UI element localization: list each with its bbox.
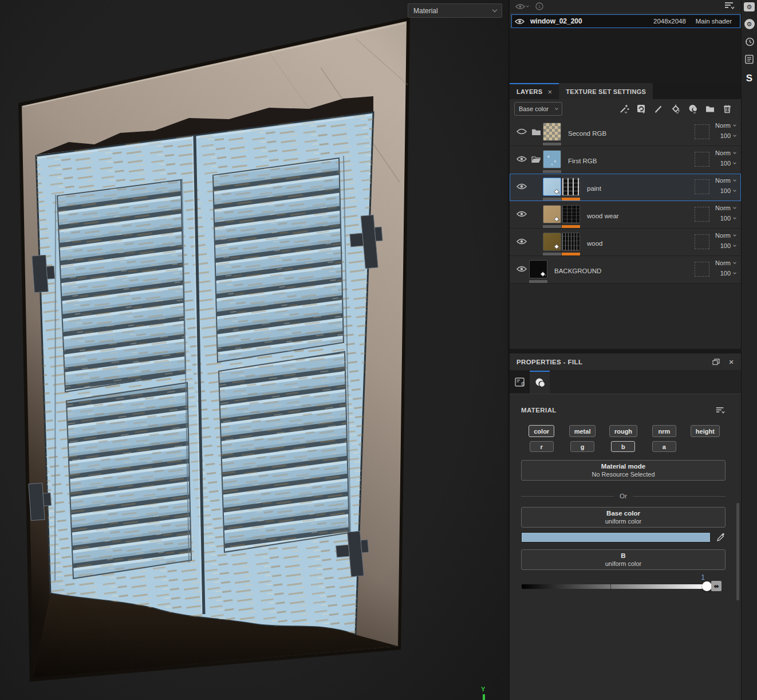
fill-content-thumbnail[interactable] [543,205,561,223]
solo-view-icon[interactable]: 1 [535,2,543,10]
texture-set-row[interactable]: window_02_200 2048x2048 Main shader [511,14,740,28]
material-mode-button[interactable]: Material mode No Resource Selected [521,460,726,481]
folder-closed-icon[interactable] [529,128,543,136]
empty-mask-slot[interactable] [695,262,709,277]
fill-bucket-icon[interactable] [670,103,681,115]
opacity-dropdown[interactable]: 100 [720,270,736,277]
visibility-mode-icon[interactable] [515,3,529,10]
eye-icon[interactable] [514,156,529,162]
layer-row-wood[interactable]: wood Norm 100 [510,229,741,256]
opacity-dropdown[interactable]: 100 [720,187,736,194]
empty-mask-slot[interactable] [695,179,709,194]
mask-thumbnail[interactable] [562,205,580,223]
chevron-down-icon [733,243,736,247]
layer-row-wood-wear[interactable]: wood wear Norm 100 [510,201,741,229]
magic-wand-icon[interactable] [618,103,630,115]
blend-mode-dropdown[interactable]: Norm [715,122,736,129]
empty-mask-slot[interactable] [695,152,709,167]
layer-content-indicator [543,143,561,145]
tab-layers[interactable]: LAYERS × [510,83,559,99]
eye-icon[interactable] [512,18,527,25]
log-icon[interactable] [744,54,754,64]
empty-mask-slot[interactable] [695,234,709,249]
component-b-button[interactable]: b [611,441,635,452]
close-icon[interactable]: × [729,357,734,367]
panel-separator[interactable] [510,349,741,353]
tab-parameters[interactable]: ⚙ [510,371,530,394]
texture-set-list-empty [510,28,741,83]
fill-content-thumbnail[interactable] [543,233,561,251]
component-g-button[interactable]: g [570,441,594,452]
grayscale-slider-track[interactable] [522,584,711,589]
empty-mask-slot[interactable] [695,207,709,222]
eyedropper-icon[interactable] [716,533,726,542]
float-window-icon[interactable] [712,359,720,365]
layer-row-second-rgb[interactable]: Second RGB Norm 100 [510,119,741,146]
blend-mode-dropdown[interactable]: Norm [715,205,736,211]
folder-icon[interactable] [704,103,716,115]
blend-mode-dropdown[interactable]: Norm [715,150,736,156]
eye-hidden-icon[interactable] [514,128,529,135]
channel-rough-button[interactable]: rough [609,425,637,437]
component-r-button[interactable]: r [530,441,554,452]
slider-handle[interactable] [702,581,712,591]
substance-painter-window: Y Material 1 [0,0,757,700]
viewer-settings-icon[interactable]: ⚙ [744,19,755,29]
blend-mode-dropdown[interactable]: Norm [715,177,736,184]
trash-icon[interactable] [721,103,733,115]
effect-icon[interactable] [687,103,699,115]
b-uniform-button[interactable]: B uniform color [521,549,726,570]
layer-row-paint[interactable]: paint Norm 100 [510,174,741,201]
svg-text:⚙: ⚙ [521,381,525,387]
opacity-dropdown[interactable]: 100 [720,242,736,249]
empty-mask-slot[interactable] [695,124,709,139]
layer-row-background[interactable]: BACKGROUND Norm 100 [510,256,741,284]
viewport-3d[interactable]: Y Material [0,0,507,700]
fill-content-thumbnail[interactable] [543,178,561,196]
tab-layers-label: LAYERS [517,88,542,95]
blend-mode-value: Norm [715,122,731,129]
fill-content-thumbnail[interactable] [529,260,547,278]
eye-icon[interactable] [514,266,529,272]
opacity-value: 100 [720,270,731,277]
mask-thumbnail[interactable] [562,178,580,196]
smart-material-icon[interactable] [636,103,647,115]
opacity-dropdown[interactable]: 100 [720,132,736,139]
layer-content-indicator [543,198,561,200]
layer-thumbnail[interactable] [543,123,561,141]
base-color-mode-button[interactable]: Base color uniform color [521,507,726,528]
tab-texture-set-settings[interactable]: TEXTURE SET SETTINGS [559,83,653,99]
channel-metal-button[interactable]: metal [569,425,596,437]
channel-nrm-button[interactable]: nrm [652,425,676,437]
channel-color-button[interactable]: color [529,425,554,437]
eye-icon[interactable] [514,238,529,245]
eye-icon[interactable] [514,211,529,217]
mask-thumbnail[interactable] [562,233,580,251]
base-color-swatch[interactable] [521,532,711,542]
layer-thumbnail[interactable] [543,150,561,168]
folder-open-icon[interactable] [529,155,543,163]
brush-icon[interactable] [653,103,664,115]
layer-row-first-rgb[interactable]: First RGB Norm 100 [510,146,741,174]
channel-height-button[interactable]: height [691,425,720,437]
section-options-icon[interactable] [715,406,726,415]
component-a-button[interactable]: a [652,441,676,452]
substance-logo[interactable]: S [746,73,752,84]
list-options-icon[interactable] [724,1,735,11]
properties-scrollbar-thumb[interactable] [736,503,739,600]
close-icon[interactable]: × [547,88,552,96]
material-mode-title: Material mode [601,463,645,470]
layer-name: Second RGB [568,130,606,137]
value-range-icon[interactable]: ⬌ [711,581,721,591]
tab-material[interactable] [530,371,550,394]
display-settings-icon[interactable]: ⚙ [744,2,755,11]
history-icon[interactable] [744,37,755,47]
opacity-dropdown[interactable]: 100 [720,160,736,167]
texture-set-name: window_02_200 [530,17,582,25]
eye-icon[interactable] [514,183,529,190]
blend-mode-dropdown[interactable]: Norm [715,232,736,239]
opacity-dropdown[interactable]: 100 [720,215,736,222]
channel-filter-dropdown[interactable]: Base color [514,102,562,116]
blend-mode-dropdown[interactable]: Norm [715,259,736,266]
shading-mode-dropdown[interactable]: Material [408,3,502,18]
